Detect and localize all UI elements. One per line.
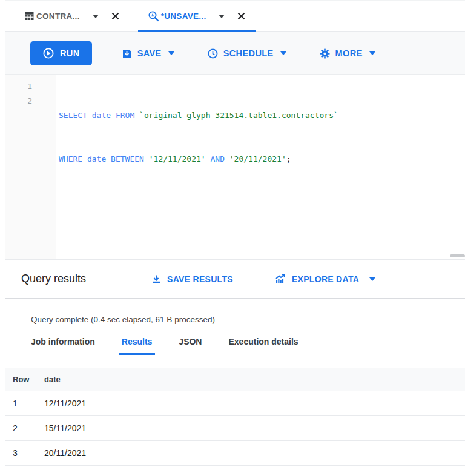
download-icon <box>151 274 162 285</box>
date-cell: 20/11/2021 <box>38 441 107 465</box>
chart-explore-icon <box>274 273 286 285</box>
chevron-down-icon <box>280 51 286 55</box>
sql-keyword: FROM <box>116 111 134 120</box>
chevron-down-icon <box>369 277 375 281</box>
chevron-down-icon[interactable] <box>217 15 225 18</box>
save-results-button[interactable]: SAVE RESULTS <box>147 273 237 285</box>
run-button[interactable]: RUN <box>30 41 92 65</box>
explore-data-button[interactable]: EXPLORE DATA <box>271 273 379 286</box>
tab-json[interactable]: JSON <box>179 337 202 355</box>
query-search-icon <box>148 10 160 22</box>
play-circle-icon <box>42 47 54 59</box>
line-number: 2 <box>5 94 32 108</box>
column-header-date: date <box>38 375 107 384</box>
row-number-cell: 2 <box>5 416 38 440</box>
close-icon[interactable] <box>111 12 120 21</box>
more-label: MORE <box>335 48 363 58</box>
sql-keyword: BETWEEN <box>111 154 144 164</box>
bigquery-editor-panel: CONTRA... *UNSAVE... <box>5 0 465 476</box>
sql-editor[interactable]: 1 2 SELECT date FROM `original-glyph-321… <box>5 75 465 260</box>
tab-contractors-table[interactable]: CONTRA... <box>14 1 130 31</box>
query-results-header: Query results SAVE RESULTS <box>5 260 465 299</box>
save-results-label: SAVE RESULTS <box>167 274 233 284</box>
schedule-label: SCHEDULE <box>223 48 274 58</box>
tab-job-information[interactable]: Job information <box>31 337 95 355</box>
code-line: SELECT date FROM `original-glyph-321514.… <box>59 108 465 123</box>
schedule-button[interactable]: SCHEDULE <box>203 47 290 60</box>
column-header-row: Row <box>5 375 38 384</box>
query-results-body: Query complete (0.4 sec elapsed, 61 B pr… <box>5 315 465 476</box>
explore-data-label: EXPLORE DATA <box>292 274 359 284</box>
query-results-title: Query results <box>21 273 86 285</box>
table-row[interactable]: 1 12/11/2021 <box>5 391 465 416</box>
save-button[interactable]: SAVE <box>117 47 178 60</box>
code-line: WHERE date BETWEEN '12/11/2021' AND '20/… <box>59 152 465 167</box>
line-number: 1 <box>5 79 32 94</box>
table-row[interactable]: 3 20/11/2021 <box>5 441 465 466</box>
sql-keyword: date <box>92 111 111 120</box>
save-icon <box>121 48 133 59</box>
sql-keyword: SELECT <box>59 111 87 120</box>
sql-string: '20/11/2021' <box>229 154 286 164</box>
sql-keyword: date <box>87 154 106 164</box>
row-number-cell: 1 <box>5 391 38 415</box>
more-button[interactable]: MORE <box>315 47 379 60</box>
row-number-cell: 3 <box>5 441 38 465</box>
query-status-text: Query complete (0.4 sec elapsed, 61 B pr… <box>31 315 465 324</box>
run-label: RUN <box>60 48 80 58</box>
tab-label: *UNSAVE... <box>161 12 206 21</box>
editor-tab-strip: CONTRA... *UNSAVE... <box>5 1 465 32</box>
sql-string: '12/11/2021' <box>149 154 206 164</box>
date-cell: 12/11/2021 <box>38 391 107 415</box>
sql-table-identifier: `original-glyph-321514.table1.contractor… <box>139 111 338 120</box>
results-table-header: Row date <box>5 368 465 391</box>
chevron-down-icon <box>369 51 375 55</box>
sql-keyword: WHERE <box>59 154 82 164</box>
gear-icon <box>319 48 331 59</box>
table-grid-icon <box>24 10 35 22</box>
sql-keyword: AND <box>210 154 224 164</box>
clock-icon <box>207 48 219 59</box>
save-label: SAVE <box>137 48 162 58</box>
tab-unsaved-query[interactable]: *UNSAVE... <box>138 1 256 31</box>
chevron-down-icon[interactable] <box>91 15 99 18</box>
line-number-gutter: 1 2 <box>5 75 56 259</box>
tab-execution-details[interactable]: Execution details <box>228 337 298 355</box>
tab-label: CONTRA... <box>36 12 80 21</box>
table-row-partial <box>5 466 465 476</box>
date-cell: 15/11/2021 <box>38 416 107 440</box>
query-toolbar: RUN SAVE SCHEDULE <box>5 32 465 75</box>
close-icon[interactable] <box>237 12 246 21</box>
code-area[interactable]: SELECT date FROM `original-glyph-321514.… <box>56 75 465 259</box>
table-row[interactable]: 2 15/11/2021 <box>5 416 465 441</box>
tab-results[interactable]: Results <box>119 337 156 355</box>
results-tab-bar: Job information Results JSON Execution d… <box>31 337 465 355</box>
horizontal-scrollbar-thumb[interactable] <box>450 254 465 257</box>
chevron-down-icon <box>168 51 174 55</box>
